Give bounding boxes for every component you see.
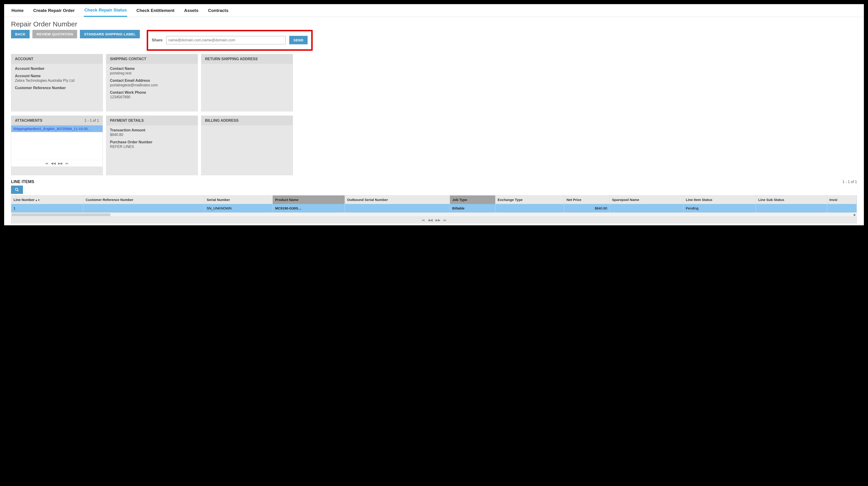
col-net-price[interactable]: Net Price	[564, 195, 610, 204]
account-panel: ACCOUNT Account Number Account Name Zebr…	[11, 54, 103, 112]
attachments-header: ATTACHMENTS	[15, 119, 42, 123]
col-customer-reference-number[interactable]: Customer Reference Number	[83, 195, 204, 204]
cell-outbound-serial-number	[345, 204, 450, 212]
account-number-label: Account Number	[15, 67, 99, 71]
cell-net-price: $840.80	[564, 204, 610, 212]
contact-phone-label: Contact Work Phone	[110, 91, 194, 95]
return-shipping-address-panel: RETURN SHIPPING ADDRESS	[201, 54, 293, 112]
cell-sparepool-name	[610, 204, 683, 212]
tab-create-repair-order[interactable]: Create Repair Order	[33, 5, 75, 16]
tab-bar: Home Create Repair Order Check Repair St…	[4, 4, 864, 17]
pager-prev-icon[interactable]: ◀◀	[428, 218, 433, 222]
line-items-count: 1 - 1 of 1	[842, 180, 857, 184]
customer-reference-number-label: Customer Reference Number	[15, 86, 99, 90]
col-outbound-serial-number[interactable]: Outbound Serial Number	[345, 195, 450, 204]
contact-name-label: Contact Name	[110, 67, 194, 71]
pager-last-icon[interactable]: ⏭	[65, 161, 69, 165]
action-row: BACK REVIEW QUOTATION STANDARD SHIPPING …	[4, 30, 864, 53]
cell-exchange-type	[495, 204, 564, 212]
share-email-input[interactable]	[166, 36, 286, 44]
purchase-order-number-label: Purchase Order Number	[110, 140, 194, 144]
attachments-pager: ⏮ ◀◀ ▶▶ ⏭	[11, 160, 103, 166]
search-icon	[15, 188, 19, 192]
back-button[interactable]: BACK	[11, 30, 30, 38]
contact-email-value: portalregtest@mailinator.com	[110, 83, 194, 87]
transaction-amount-value: $840.80	[110, 133, 194, 137]
sort-indicator-icon: ▲▼	[35, 199, 40, 202]
contact-email-label: Contact Email Address	[110, 79, 194, 83]
pager-last-icon[interactable]: ⏭	[443, 218, 446, 222]
line-items-table: Line Number▲▼ Customer Reference Number …	[11, 195, 857, 212]
scroll-right-icon[interactable]: ▶	[854, 213, 856, 216]
col-product-name[interactable]: Product Name	[273, 195, 345, 204]
tab-check-repair-status[interactable]: Check Repair Status	[84, 4, 127, 17]
shipping-contact-panel: SHIPPING CONTACT Contact Name portalreg …	[106, 54, 198, 112]
cell-serial-number: SN_UNKNOWN	[204, 204, 273, 212]
cell-line-item-status: Pending	[683, 204, 756, 212]
send-button[interactable]: SEND	[289, 36, 308, 44]
share-label: Share	[152, 38, 162, 42]
cell-customer-reference-number	[83, 204, 204, 212]
pager-next-icon[interactable]: ▶▶	[435, 218, 440, 222]
table-header-row: Line Number▲▼ Customer Reference Number …	[11, 195, 857, 204]
billing-address-header: BILLING ADDRESS	[202, 116, 293, 125]
info-panels-row2: ATTACHMENTS 1 - 1 of 1 ShippingManifest1…	[4, 115, 864, 175]
horizontal-scrollbar[interactable]: ▶	[11, 212, 857, 217]
svg-point-0	[16, 188, 18, 191]
transaction-amount-label: Transaction Amount	[110, 128, 194, 132]
pager-prev-icon[interactable]: ◀◀	[51, 161, 56, 165]
purchase-order-number-value: REFER LINES	[110, 145, 194, 149]
pager-first-icon[interactable]: ⏮	[45, 161, 49, 165]
scrollbar-thumb[interactable]	[12, 213, 111, 216]
info-panels-row1: ACCOUNT Account Number Account Name Zebr…	[4, 53, 864, 112]
col-invoice[interactable]: Invoi	[827, 195, 857, 204]
cell-line-sub-status	[756, 204, 827, 212]
standard-shipping-label-button[interactable]: STANDARD SHIPPING LABEL	[80, 30, 140, 38]
svg-line-1	[18, 190, 19, 191]
billing-address-panel: BILLING ADDRESS	[201, 116, 293, 175]
contact-name-value: portalreg test	[110, 71, 194, 75]
col-line-number[interactable]: Line Number▲▼	[11, 195, 83, 204]
col-line-sub-status[interactable]: Line Sub Status	[756, 195, 827, 204]
attachment-link[interactable]: ShippingManifest1_English_30725594_11-10…	[11, 125, 103, 132]
col-exchange-type[interactable]: Exchange Type	[495, 195, 564, 204]
return-shipping-address-header: RETURN SHIPPING ADDRESS	[202, 54, 293, 64]
attachments-count: 1 - 1 of 1	[85, 119, 99, 123]
pager-first-icon[interactable]: ⏮	[422, 218, 425, 222]
col-line-item-status[interactable]: Line Item Status	[683, 195, 756, 204]
cell-line-number: 1	[11, 204, 83, 212]
col-job-type[interactable]: Job Type	[450, 195, 495, 204]
page-title: Repair Order Number	[4, 17, 864, 30]
line-items-search-button[interactable]	[11, 186, 23, 194]
attachments-panel: ATTACHMENTS 1 - 1 of 1 ShippingManifest1…	[11, 116, 103, 175]
attachments-list: ShippingManifest1_English_30725594_11-10…	[11, 125, 103, 160]
col-serial-number[interactable]: Serial Number	[204, 195, 273, 204]
line-items-pager: ⏮ ◀◀ ▶▶ ⏭	[11, 217, 857, 223]
account-name-value: Zebra Technologies Australia Pty Ltd	[15, 79, 99, 83]
col-line-number-label: Line Number	[13, 198, 35, 202]
account-name-label: Account Name	[15, 74, 99, 78]
review-quotation-button[interactable]: REVIEW QUOTATION	[32, 30, 77, 38]
tab-contracts[interactable]: Contracts	[208, 5, 229, 16]
shipping-contact-header: SHIPPING CONTACT	[106, 54, 198, 64]
payment-details-header: PAYMENT DETAILS	[106, 116, 198, 125]
line-items-table-wrap: Line Number▲▼ Customer Reference Number …	[11, 195, 857, 217]
cell-job-type: Billable	[450, 204, 495, 212]
share-panel: Share SEND	[147, 30, 313, 51]
cell-invoice	[827, 204, 857, 212]
table-row[interactable]: 1 SN_UNKNOWN MC9190-G30S… Billable $840.…	[11, 204, 857, 212]
col-sparepool-name[interactable]: Sparepool Name	[610, 195, 683, 204]
tab-home[interactable]: Home	[11, 5, 24, 16]
account-header: ACCOUNT	[11, 54, 103, 64]
cell-product-name: MC9190-G30S…	[273, 204, 345, 212]
contact-phone-value: 1234567890	[110, 95, 194, 99]
tab-assets[interactable]: Assets	[184, 5, 199, 16]
line-items-title-row: LINE ITEMS 1 - 1 of 1	[4, 175, 864, 186]
payment-details-panel: PAYMENT DETAILS Transaction Amount $840.…	[106, 116, 198, 175]
tab-check-entitlement[interactable]: Check Entitlement	[136, 5, 175, 16]
pager-next-icon[interactable]: ▶▶	[58, 161, 63, 165]
app-frame: Home Create Repair Order Check Repair St…	[4, 4, 864, 225]
line-items-title: LINE ITEMS	[11, 179, 34, 184]
